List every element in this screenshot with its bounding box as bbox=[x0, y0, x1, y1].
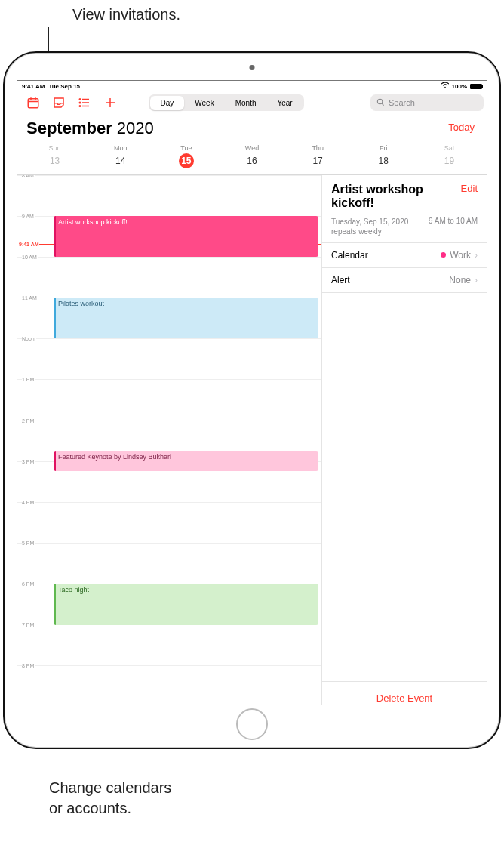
hour-line bbox=[17, 543, 321, 544]
hour-label: 8 AM bbox=[22, 175, 35, 178]
camera-dot bbox=[250, 65, 255, 70]
svg-point-12 bbox=[377, 99, 382, 103]
chevron-right-icon: › bbox=[475, 250, 478, 261]
day-number: 14 bbox=[113, 153, 128, 168]
event-repeat: repeats weekly bbox=[331, 227, 382, 236]
day-number: 19 bbox=[441, 153, 456, 168]
event-label: Artist workshop kickoff! bbox=[58, 218, 128, 226]
battery-icon bbox=[470, 84, 482, 89]
today-button[interactable]: Today bbox=[448, 122, 475, 133]
hour-label: 9 PM bbox=[22, 704, 35, 705]
day-name: Tue bbox=[180, 144, 192, 152]
day-cell[interactable]: Tue15 bbox=[153, 144, 219, 168]
list-button[interactable] bbox=[72, 91, 97, 114]
row-value: Work bbox=[450, 250, 471, 261]
view-segmented-control: Day Week Month Year bbox=[149, 94, 304, 111]
chevron-right-icon: › bbox=[475, 275, 478, 285]
day-cell[interactable]: Sat19 bbox=[416, 144, 482, 168]
year-title: 2020 bbox=[117, 119, 154, 138]
hour-label: 11 AM bbox=[22, 295, 38, 301]
svg-point-8 bbox=[79, 102, 81, 103]
home-button[interactable] bbox=[236, 708, 268, 740]
calendar-event[interactable]: Artist workshop kickoff! bbox=[54, 216, 318, 257]
day-number: 13 bbox=[48, 153, 63, 168]
hour-label: 7 PM bbox=[22, 622, 35, 628]
toolbar: Day Week Month Year bbox=[17, 91, 487, 114]
seg-day[interactable]: Day bbox=[150, 96, 185, 110]
hour-line bbox=[17, 421, 321, 421]
svg-rect-0 bbox=[28, 99, 38, 108]
edit-button[interactable]: Edit bbox=[461, 183, 478, 194]
seg-month[interactable]: Month bbox=[225, 96, 267, 110]
ipad-frame: 9:41 AM Tue Sep 15 100% bbox=[3, 51, 501, 749]
calendar-event[interactable]: Taco night bbox=[54, 584, 318, 625]
day-strip: Sun13Mon14Tue15Wed16Thu17Fri18Sat19 bbox=[17, 140, 487, 175]
event-color-bar bbox=[54, 216, 56, 257]
event-label: Featured Keynote by Lindsey Bukhari bbox=[58, 453, 171, 461]
day-cell[interactable]: Wed16 bbox=[219, 144, 284, 168]
hour-label: Noon bbox=[22, 336, 36, 341]
row-label: Alert bbox=[331, 275, 350, 285]
hour-label: 5 PM bbox=[22, 540, 35, 545]
search-field[interactable] bbox=[370, 94, 484, 111]
event-date: Tuesday, Sep 15, 2020 bbox=[331, 217, 408, 226]
callout-label: View invitations. bbox=[72, 6, 180, 23]
event-color-bar bbox=[54, 584, 56, 625]
day-timeline[interactable]: 8 AM9 AM10 AM11 AMNoon1 PM2 PM3 PM4 PM5 … bbox=[17, 175, 322, 705]
event-title: Artist workshop kickoff! bbox=[331, 183, 478, 211]
day-name: Sun bbox=[49, 144, 61, 152]
day-number: 16 bbox=[244, 153, 260, 168]
day-cell[interactable]: Fri18 bbox=[351, 144, 416, 168]
svg-point-9 bbox=[79, 106, 81, 107]
hour-line bbox=[17, 502, 321, 503]
hour-line bbox=[17, 625, 321, 625]
callout-label: Change calendars or accounts. bbox=[49, 778, 171, 819]
day-name: Wed bbox=[245, 144, 259, 152]
calendar-event[interactable]: Featured Keynote by Lindsey Bukhari bbox=[54, 451, 318, 471]
calendar-event[interactable]: Pilates workout bbox=[54, 298, 318, 338]
day-name: Thu bbox=[312, 144, 324, 152]
delete-event-button[interactable]: Delete Event bbox=[322, 681, 487, 705]
battery-percent: 100% bbox=[452, 83, 467, 90]
search-input[interactable] bbox=[389, 98, 487, 107]
detail-calendar-row[interactable]: Calendar Work › bbox=[322, 243, 487, 268]
svg-line-13 bbox=[382, 103, 384, 106]
callout-text: or accounts. bbox=[49, 800, 131, 816]
status-date: Tue Sep 15 bbox=[48, 83, 80, 90]
hour-line bbox=[17, 338, 321, 339]
month-title: September bbox=[26, 119, 112, 138]
day-cell[interactable]: Sun13 bbox=[22, 144, 88, 168]
day-number: 15 bbox=[179, 153, 194, 168]
calendar-dot-icon bbox=[441, 252, 446, 258]
hour-label: 9 AM bbox=[22, 214, 35, 219]
event-label: Pilates workout bbox=[58, 300, 104, 307]
hour-label: 10 AM bbox=[22, 254, 38, 260]
event-time-range: 9 AM to 10 AM bbox=[429, 217, 478, 236]
screen: 9:41 AM Tue Sep 15 100% bbox=[17, 80, 487, 705]
hour-line bbox=[17, 379, 321, 380]
calendar-header: September 2020 Today bbox=[17, 114, 487, 140]
day-name: Fri bbox=[380, 144, 388, 152]
status-bar: 9:41 AM Tue Sep 15 100% bbox=[17, 81, 487, 91]
status-time: 9:41 AM bbox=[22, 83, 45, 90]
row-label: Calendar bbox=[331, 250, 368, 261]
detail-alert-row[interactable]: Alert None › bbox=[322, 268, 487, 293]
day-name: Sat bbox=[444, 144, 455, 152]
hour-label: 3 PM bbox=[22, 458, 35, 464]
add-button[interactable] bbox=[97, 91, 123, 114]
hour-line bbox=[17, 257, 321, 258]
row-value: None bbox=[449, 275, 471, 285]
inbox-button[interactable] bbox=[46, 91, 72, 114]
hour-label: 2 PM bbox=[22, 418, 35, 423]
seg-week[interactable]: Week bbox=[184, 96, 224, 110]
day-cell[interactable]: Mon14 bbox=[88, 144, 153, 168]
seg-year[interactable]: Year bbox=[266, 96, 303, 110]
callout-text: Change calendars bbox=[49, 779, 171, 796]
event-color-bar bbox=[54, 298, 56, 338]
svg-point-7 bbox=[79, 99, 81, 100]
calendars-button[interactable] bbox=[20, 91, 46, 114]
day-name: Mon bbox=[114, 144, 128, 152]
day-cell[interactable]: Thu17 bbox=[285, 144, 351, 168]
hour-label: 4 PM bbox=[22, 499, 35, 504]
hour-label: 1 PM bbox=[22, 377, 35, 382]
